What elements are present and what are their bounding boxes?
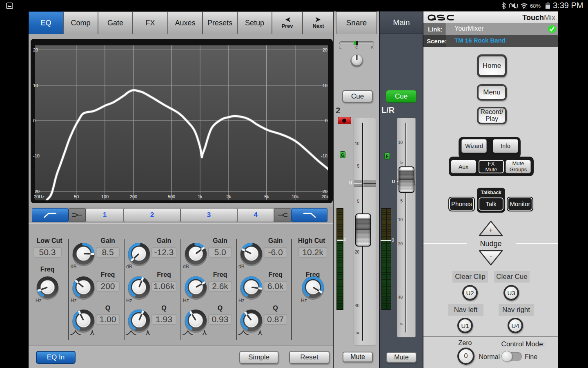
svg-text:2k: 2k xyxy=(226,194,231,199)
svg-text:20: 20 xyxy=(323,47,327,52)
svg-text:200: 200 xyxy=(130,194,137,199)
svg-text:-20: -20 xyxy=(33,189,40,194)
svg-text:20Hz: 20Hz xyxy=(34,194,45,199)
svg-text:100: 100 xyxy=(101,194,109,199)
svg-text:10: 10 xyxy=(323,83,327,88)
svg-text:-: - xyxy=(490,252,492,260)
svg-text:-10: -10 xyxy=(33,153,40,158)
svg-text:-20: -20 xyxy=(321,189,327,194)
svg-text:10: 10 xyxy=(33,83,38,88)
svg-text:5k: 5k xyxy=(264,194,269,199)
svg-text:+: + xyxy=(489,226,493,234)
svg-text:20: 20 xyxy=(33,47,38,52)
svg-text:20k: 20k xyxy=(321,194,329,199)
svg-text:68%: 68% xyxy=(530,3,541,9)
svg-text:10k: 10k xyxy=(292,194,299,199)
svg-text:50: 50 xyxy=(74,194,79,199)
svg-text:-10: -10 xyxy=(321,153,327,158)
svg-text:500: 500 xyxy=(168,194,175,199)
svg-text:1k: 1k xyxy=(198,194,203,199)
svg-text:0: 0 xyxy=(33,118,36,123)
svg-text:0: 0 xyxy=(325,118,327,123)
